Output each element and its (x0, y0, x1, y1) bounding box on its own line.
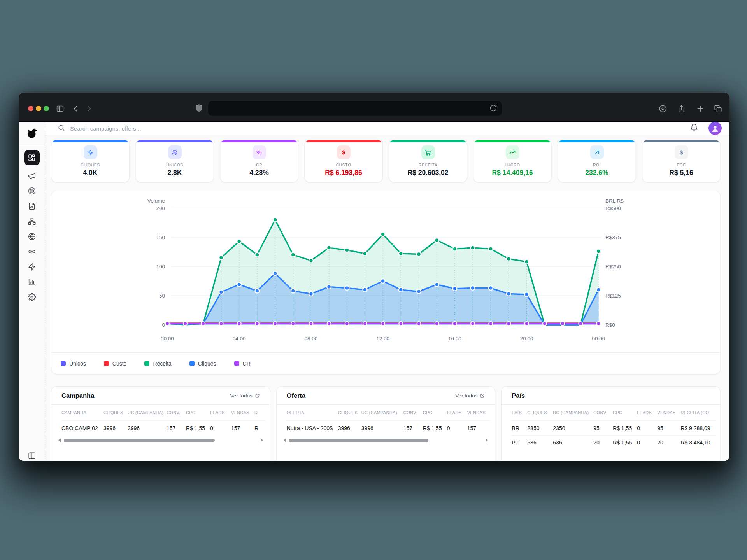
svg-text:16:00: 16:00 (448, 336, 461, 341)
svg-text:08:00: 08:00 (305, 336, 318, 341)
reload-icon[interactable] (489, 104, 498, 113)
legend-item-cr[interactable]: CR (234, 360, 251, 367)
table-cell: R$ 1,55 (423, 425, 447, 431)
dashboard-icon (28, 154, 36, 162)
oferta-table-card: OfertaVer todosOFERTACLIQUESUC (CAMPANHA… (276, 386, 496, 461)
svg-text:R$250: R$250 (605, 264, 621, 270)
svg-text:200: 200 (156, 205, 165, 211)
stat-accent-bar (51, 140, 129, 142)
svg-text:BRL R$: BRL R$ (605, 198, 624, 204)
scrollbar-thumb[interactable] (289, 439, 428, 442)
table-row[interactable]: PT63663620R$ 1,55020R$ 3.484,10 (512, 435, 715, 450)
search-icon (58, 124, 65, 133)
zap-icon (28, 262, 36, 271)
stat-accent-bar (220, 140, 298, 142)
browser-titlebar (19, 93, 729, 122)
legend-item-cliques[interactable]: Cliques (189, 360, 216, 367)
privacy-shield-icon[interactable] (195, 104, 203, 112)
ver-todos-link[interactable]: Ver todos (455, 393, 485, 399)
table-cell: 3996 (361, 425, 403, 431)
stat-card-roi: ROI232.6% (558, 140, 636, 182)
stat-label: LUCRO (505, 163, 520, 167)
column-header: VENDAS (231, 410, 254, 415)
stat-value: 232.6% (585, 169, 608, 177)
stat-accent-bar (305, 140, 382, 142)
link-icon (28, 247, 36, 256)
table-row[interactable]: CBO CAMP 0239963996157R$ 1,550157R (61, 421, 265, 435)
stat-value: 4.0K (83, 169, 98, 177)
table-cell: R$ 1,55 (613, 439, 637, 446)
sidebar-item-landing-pages[interactable] (27, 201, 37, 211)
downloads-icon[interactable] (659, 105, 667, 113)
table-cell: 0 (637, 425, 657, 431)
url-bar[interactable] (208, 101, 502, 116)
horizontal-scrollbar[interactable] (277, 437, 495, 443)
svg-text:00:00: 00:00 (161, 336, 174, 341)
stat-label: ÚNICOS (166, 163, 183, 167)
stat-click-icon (84, 145, 97, 159)
svg-text:R$125: R$125 (605, 293, 621, 299)
sidebar-item-settings[interactable] (27, 292, 37, 302)
table-cell: 2350 (527, 425, 553, 431)
stat-label: ROI (593, 163, 601, 167)
minimize-window-button[interactable] (36, 106, 41, 111)
stat-card--nicos: ÚNICOS2.8K (135, 140, 214, 182)
user-avatar[interactable] (708, 122, 722, 135)
sidebar-item-domains[interactable] (27, 232, 37, 241)
sidebar-item-reports[interactable] (27, 277, 37, 287)
toolbar-sidebar-toggle-icon[interactable] (56, 105, 64, 113)
back-icon[interactable] (72, 105, 80, 113)
sidebar-item-links[interactable] (27, 247, 37, 256)
close-window-button[interactable] (28, 106, 33, 111)
legend-item-custo[interactable]: Custo (104, 360, 127, 367)
sidebar-item-funnels[interactable] (27, 217, 37, 226)
scroll-left-arrow-icon[interactable] (58, 438, 61, 442)
table-title: Oferta (287, 392, 306, 399)
breakdown-tables: CampanhaVer todosCAMPANHACLIQUESUC (CAMP… (51, 386, 721, 461)
share-icon[interactable] (677, 105, 686, 113)
stat-label: CUSTO (336, 163, 351, 167)
column-header: LEADS (637, 410, 657, 415)
svg-text:R$500: R$500 (605, 205, 621, 211)
scrollbar-track[interactable] (64, 439, 258, 442)
ver-todos-link[interactable]: Ver todos (230, 393, 260, 399)
external-link-icon (480, 393, 485, 398)
tab-overview-icon[interactable] (714, 105, 722, 113)
stat-value: 2.8K (168, 169, 182, 177)
zoom-window-button[interactable] (44, 106, 49, 111)
column-header: LEADS (210, 410, 231, 415)
legend-color-chip (234, 361, 239, 366)
sidebar-item-dashboard[interactable] (24, 150, 40, 165)
legend-item-receita[interactable]: Receita (144, 360, 171, 367)
scrollbar-track[interactable] (289, 439, 483, 442)
scroll-left-arrow-icon[interactable] (284, 438, 286, 442)
horizontal-scrollbar[interactable] (51, 437, 270, 443)
app-logo[interactable] (19, 122, 45, 144)
forward-icon[interactable] (85, 105, 93, 113)
sidebar-collapse-toggle[interactable] (27, 452, 37, 461)
sidebar-item-automations[interactable] (27, 262, 37, 271)
chart-legend: ÚnicosCustoReceitaCliquesCR (51, 352, 720, 374)
scrollbar-thumb[interactable] (64, 439, 215, 442)
external-link-icon (255, 393, 260, 398)
new-tab-icon[interactable] (696, 105, 705, 113)
column-header: CPC (613, 410, 637, 415)
table-cell: 3996 (128, 425, 167, 431)
table-row[interactable]: BR2350235095R$ 1,55095R$ 9.288,09 (512, 421, 715, 435)
sidebar-item-offers[interactable] (27, 186, 37, 196)
table-cell: PT (512, 439, 527, 446)
sidebar-item-campaigns[interactable] (27, 171, 37, 180)
table-row[interactable]: Nutra - USA - 200$39963996157R$ 1,550157 (287, 421, 491, 435)
notifications-bell-icon[interactable] (690, 123, 698, 133)
column-header: CLIQUES (338, 410, 361, 415)
table-cell: 20 (593, 439, 613, 446)
scroll-right-arrow-icon[interactable] (261, 438, 263, 442)
scroll-right-arrow-icon[interactable] (486, 438, 488, 442)
sitemap-icon (28, 217, 36, 226)
svg-text:12:00: 12:00 (376, 336, 389, 341)
search-input[interactable] (70, 125, 319, 132)
table-cell: R (254, 425, 265, 431)
table-cell: Nutra - USA - 200$ (287, 425, 338, 431)
legend-item--nicos[interactable]: Únicos (61, 360, 86, 367)
panel-left-icon (28, 452, 36, 460)
